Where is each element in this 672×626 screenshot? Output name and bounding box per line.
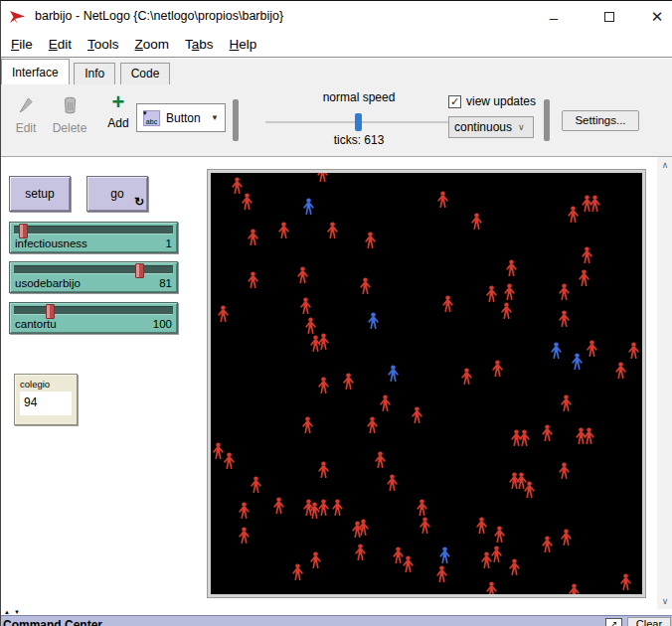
- slider-thumb[interactable]: [135, 263, 144, 278]
- person-agent: [524, 481, 535, 498]
- update-mode-dropdown[interactable]: continuous ∨: [448, 116, 534, 138]
- person-agent: [587, 340, 597, 357]
- person-agent: [332, 499, 343, 516]
- person-agent: [317, 173, 328, 182]
- person-agent: [343, 373, 354, 390]
- slider-value: 81: [159, 277, 172, 289]
- person-agent: [559, 283, 570, 300]
- slider-infectiousness[interactable]: infectiousness 1: [9, 222, 178, 253]
- menu-zoom[interactable]: Zoom: [127, 33, 178, 52]
- button-widget-icon: ▾ abc: [143, 110, 160, 126]
- slider-thumb[interactable]: [19, 224, 28, 238]
- person-agent: [327, 222, 338, 238]
- scroll-up-icon[interactable]: ∧: [657, 160, 672, 170]
- toolbar-separator-2: [544, 99, 550, 141]
- slider-value: 1: [166, 237, 172, 249]
- speed-slider-group: normal speed ticks: 613: [261, 90, 456, 152]
- person-agent: [420, 517, 430, 534]
- person-agent: [551, 342, 562, 359]
- vertical-scrollbar[interactable]: ∧ ∨: [657, 157, 672, 609]
- person-agent: [239, 502, 250, 519]
- person-agent: [305, 317, 316, 334]
- person-agent: [486, 285, 497, 302]
- person-agent: [568, 206, 579, 223]
- slider-cantortu[interactable]: cantortu 100: [9, 302, 178, 334]
- checkbox-checked-icon[interactable]: ✓: [448, 95, 461, 108]
- slider-usodebarbijo[interactable]: usodebarbijo 81: [9, 261, 178, 293]
- person-agent: [365, 232, 376, 248]
- trash-icon: [63, 96, 78, 114]
- tab-code[interactable]: Code: [120, 63, 171, 84]
- person-agent: [494, 526, 505, 543]
- netlogo-window: barbijo - NetLogo {C:\netlogo\propios\ba…: [0, 0, 672, 626]
- person-agent: [232, 177, 243, 194]
- slider-thumb[interactable]: [46, 304, 55, 319]
- person-agent: [242, 193, 252, 210]
- speed-slider-thumb[interactable]: [355, 113, 362, 131]
- menu-edit[interactable]: Edit: [41, 33, 80, 52]
- widget-type-dropdown[interactable]: ▾ abc Button ▼: [136, 103, 226, 132]
- person-agent: [310, 551, 321, 568]
- minimize-icon: –: [550, 9, 558, 26]
- person-agent: [519, 429, 530, 446]
- person-agent: [492, 360, 503, 377]
- person-agent: [506, 259, 517, 276]
- slider-label: cantortu: [15, 318, 57, 330]
- popout-button[interactable]: ↗: [605, 618, 622, 626]
- person-agent: [388, 365, 399, 382]
- slider-value: 100: [153, 318, 172, 330]
- tab-interface[interactable]: Interface: [1, 59, 70, 84]
- interface-workspace: setup go ↻ infectiousness 1 usodebarbijo…: [1, 157, 672, 609]
- command-center-title: Command Center: [3, 618, 102, 626]
- view-updates-checkbox-row[interactable]: ✓ view updates: [448, 94, 540, 108]
- world-view[interactable]: [208, 170, 645, 597]
- pencil-icon: [18, 96, 34, 114]
- menu-tools[interactable]: Tools: [80, 33, 127, 52]
- person-agent: [302, 416, 313, 433]
- view-updates-label: view updates: [466, 94, 536, 108]
- minimize-button[interactable]: –: [534, 1, 574, 33]
- close-button[interactable]: ✕: [637, 1, 672, 33]
- person-agent: [561, 394, 572, 411]
- person-agent: [278, 222, 289, 238]
- person-agent: [437, 191, 448, 208]
- person-agent: [509, 558, 520, 575]
- forever-icon: ↻: [134, 195, 144, 209]
- agent-layer: [211, 173, 642, 594]
- netlogo-logo-icon: [9, 8, 27, 26]
- person-agent: [501, 302, 512, 319]
- plus-icon: +: [112, 89, 125, 114]
- go-button[interactable]: go ↻: [86, 176, 148, 212]
- delete-tool-label: Delete: [47, 121, 92, 135]
- person-agent: [380, 394, 391, 411]
- tab-info[interactable]: Info: [74, 63, 115, 84]
- slider-track: [14, 306, 173, 315]
- person-agent: [248, 271, 258, 288]
- person-agent: [318, 333, 329, 350]
- setup-button[interactable]: setup: [9, 176, 71, 212]
- person-agent: [561, 529, 572, 546]
- add-tool-button[interactable]: + Add: [98, 92, 138, 130]
- scroll-down-icon[interactable]: ∨: [657, 596, 672, 606]
- speed-slider[interactable]: [261, 113, 456, 131]
- interface-toolbar: Edit Delete + Add ▾ abc Button ▼ normal …: [1, 84, 672, 157]
- settings-button[interactable]: Settings...: [562, 110, 639, 131]
- chevron-down-icon: ∨: [518, 122, 525, 132]
- maximize-button[interactable]: [589, 1, 629, 33]
- menu-file[interactable]: File: [3, 33, 41, 52]
- clear-button[interactable]: Clear: [627, 617, 671, 626]
- person-agent: [303, 198, 314, 215]
- monitor-label: colegio: [20, 379, 72, 390]
- menu-tabs[interactable]: Tabs: [177, 33, 222, 52]
- dropdown-arrow-icon: ▼: [211, 113, 219, 122]
- delete-tool-button[interactable]: Delete: [47, 96, 92, 135]
- monitor-value: 94: [20, 391, 72, 415]
- slider-track: [14, 226, 173, 235]
- person-agent: [300, 297, 311, 314]
- view-updates-group: ✓ view updates continuous ∨: [448, 94, 540, 138]
- edit-tool-button[interactable]: Edit: [7, 96, 45, 135]
- menu-help[interactable]: Help: [222, 33, 265, 52]
- person-agent: [572, 353, 583, 370]
- corner-arrow-icon: ▾: [143, 109, 147, 117]
- person-agent: [628, 342, 639, 359]
